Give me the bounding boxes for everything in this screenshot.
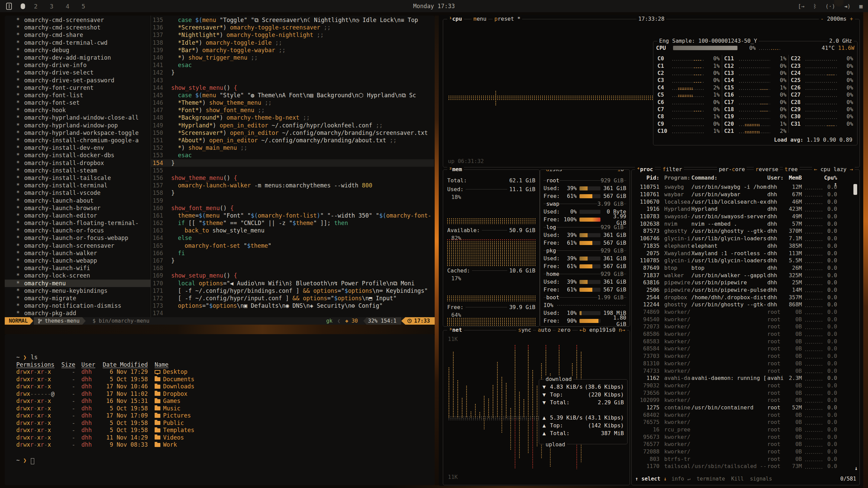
file-item[interactable]: *omarchy-launch-walker — [5, 249, 151, 257]
process-row[interactable]: 73656kworker/root0B0.0 — [634, 389, 851, 396]
code-line[interactable]: 156show_theme_menu() { — [151, 174, 434, 182]
workspace-3[interactable]: 3 — [50, 3, 54, 10]
file-item[interactable]: *omarchy-cmd-screensaver — [5, 16, 151, 24]
code-line[interactable]: 155 — [151, 167, 434, 174]
process-row[interactable]: 63816pipewire/usr/bin/pipewiredhh25M0.0 — [634, 279, 851, 286]
code-line[interactable]: 144show_style_menu() { — [151, 84, 434, 92]
process-row[interactable]: 87649btopbtopdhh26M0.0 — [634, 264, 851, 272]
code-line[interactable]: 165omarchy-font-set "$theme" — [151, 242, 434, 249]
process-row[interactable]: 110751swaybg/usr/bin/swaybg -i /homdhh12… — [634, 183, 851, 191]
file-item[interactable]: *omarchy-font-set — [5, 99, 151, 106]
process-row[interactable]: 68583kworker/root0B0.0 — [634, 338, 851, 345]
code-line[interactable]: 152*) show_main_menu ;; — [151, 144, 434, 151]
file-item[interactable]: *omarchy-launch-or-focus-webapp — [5, 234, 151, 242]
file-item[interactable]: *omarchy-install-steam — [5, 167, 151, 174]
file-item[interactable]: *omarchy-hook — [5, 106, 151, 114]
process-row[interactable]: 1275containe/usr/bin/containerdroot52M0.… — [634, 404, 851, 411]
code-line[interactable]: 163back_to show_style_menu — [151, 227, 434, 234]
file-item[interactable]: *omarchy-cmd-screenshot — [5, 24, 151, 31]
file-item[interactable]: *omarchy-launch-or-focus — [5, 227, 151, 234]
code-line[interactable]: 153esac — [151, 151, 434, 159]
footer-action-kill[interactable]: Kill — [731, 476, 744, 482]
code-line[interactable]: 150*Screensaver*) open_in_editor ~/.conf… — [151, 129, 434, 137]
volume-icon[interactable]: ◄) — [844, 3, 850, 9]
reverse-tab[interactable]: reverse — [754, 166, 780, 172]
proc-scrollbar[interactable] — [853, 184, 857, 195]
code-line[interactable]: 160show_font_menu() { — [151, 204, 434, 212]
code-line[interactable]: 154} — [151, 159, 434, 167]
git-branch-segment[interactable]: themes-menu — [34, 317, 86, 325]
process-row[interactable]: 81310kworker/root0B0.0 — [634, 360, 851, 367]
scroll-down-icon[interactable]: ↓ — [854, 465, 858, 471]
sort-column-switcher[interactable]: ← cpu lazy → — [812, 166, 855, 172]
file-item[interactable]: *omarchy-pkg-add — [5, 309, 151, 317]
sync-tab[interactable]: sync — [516, 327, 533, 333]
file-item[interactable]: *omarchy-install-terminal — [5, 182, 151, 189]
process-row[interactable]: 76577kworker/root0B0.0 — [634, 441, 851, 448]
process-row[interactable]: 12244ghostty/usr/bin/ghostty --gtk-dhh86… — [634, 301, 851, 308]
process-row[interactable]: 72073kworker/root0B0.0 — [634, 323, 851, 330]
process-row[interactable]: 16rcu_preeroot0B0.0 — [634, 426, 851, 433]
file-item[interactable]: *omarchy-launch-editor — [5, 212, 151, 219]
file-item[interactable]: *omarchy-launch-browser — [5, 204, 151, 212]
preset-tab[interactable]: preset * — [493, 16, 522, 22]
code-line[interactable]: 164else — [151, 234, 434, 242]
file-item[interactable]: *omarchy-launch-screensaver — [5, 242, 151, 249]
workspace-5[interactable]: 5 — [82, 3, 85, 10]
tree-tab[interactable]: tree — [783, 166, 800, 172]
process-row[interactable]: 803btrfs-trroot0B0.0 — [634, 455, 851, 463]
file-item[interactable]: *omarchy-migrate — [5, 294, 151, 302]
workspace-4[interactable]: 4 — [66, 3, 70, 10]
footer-action-terminate[interactable]: terminate — [696, 476, 725, 482]
process-row[interactable]: 87573ghostty/usr/bin/ghostty --gtk-dhh37… — [634, 227, 851, 235]
file-item[interactable]: *omarchy-install-dropbox — [5, 159, 151, 167]
process-row[interactable]: 110670localsea/usr/lib/localsearch-exdhh… — [634, 198, 851, 205]
code-line[interactable]: 159 — [151, 197, 434, 204]
code-line[interactable]: 141esac — [151, 61, 434, 69]
code-line[interactable]: 161theme=$(menu "Font" "$(omarchy-font-l… — [151, 212, 434, 219]
process-row[interactable]: 74733kworker/root0B0.0 — [634, 367, 851, 374]
file-item[interactable]: *omarchy-hyprland-window-close-all — [5, 114, 151, 121]
code-line[interactable]: 140*) show_trigger_menu ;; — [151, 54, 434, 61]
file-item[interactable]: *omarchy-launch-floating-terminal- — [5, 219, 151, 227]
process-row[interactable]: 102638nvimnvim --embed .dhh57M0.0 — [634, 220, 851, 227]
file-item[interactable]: *omarchy-install-tailscale — [5, 174, 151, 182]
code-line[interactable]: 151*About*) open_in_editor ~/.config/oma… — [151, 137, 434, 144]
process-row[interactable]: 1170tailscal/usr/sbin/tailscaled --root7… — [634, 463, 851, 470]
file-item[interactable]: *omarchy-font-current — [5, 84, 151, 92]
code-line[interactable]: 143 — [151, 77, 434, 84]
filter-tab[interactable]: filter — [661, 166, 684, 172]
code-line[interactable]: 167} — [151, 257, 434, 264]
zero-tab[interactable]: zero — [556, 327, 572, 333]
code-line[interactable]: 170local options="◀ Audio\n≋ Wifi\nᛒ Blu… — [151, 280, 434, 287]
io-tab[interactable]: io — [616, 169, 626, 172]
workspace-1-active[interactable] — [21, 3, 25, 9]
process-row[interactable]: 110761waybar/usr/bin/waybardhh67M0.0 — [634, 191, 851, 198]
menu-tab[interactable]: menu — [472, 16, 488, 22]
code-line[interactable]: 174 — [151, 309, 434, 317]
file-item[interactable]: *omarchy-dev-add-migration — [5, 54, 151, 61]
disks-box-title[interactable]: disks — [544, 169, 564, 172]
code-line[interactable]: 147*Font*) show_font_menu ;; — [151, 106, 434, 114]
file-item[interactable]: *omarchy-menu-keybindings — [5, 287, 151, 294]
code-line[interactable]: 138*Idle*) omarchy-toggle-idle ;; — [151, 39, 434, 46]
code-line[interactable]: 172[ -f ~/.config/hypr/input.conf ] && o… — [151, 294, 434, 302]
file-item[interactable]: *omarchy-menu — [5, 280, 151, 287]
cpu-chip-icon[interactable]: ▦ — [859, 3, 863, 9]
code-line[interactable]: 148*Background*) omarchy-theme-bg-next ;… — [151, 114, 434, 121]
logout-icon[interactable]: [→ — [798, 3, 804, 9]
footer-action-info[interactable]: info ↵ — [671, 476, 690, 482]
code-line[interactable]: 162if [[ "$theme" == "CNCLD" || -z "$the… — [151, 219, 434, 227]
process-row[interactable]: 2506pipewire/usr/bin/pipewire-pulsedhh14… — [634, 286, 851, 294]
process-row[interactable]: 110785glycin-i/usr/lib/glycin-loadersdhh… — [634, 257, 851, 264]
network-hotspot-icon[interactable]: (·) — [825, 3, 835, 9]
process-row[interactable]: 110783swayosd-/usr/bin/swayosd-serverdhh… — [634, 213, 851, 220]
process-row[interactable]: 94540kworker/root0B0.0 — [634, 316, 851, 323]
process-row[interactable]: 68586kworker/root0B0.0 — [634, 330, 851, 338]
file-item[interactable]: *omarchy-cmd-share — [5, 31, 151, 39]
bluetooth-icon[interactable]: ᛒ — [813, 3, 817, 9]
code-line[interactable]: 166fi — [151, 249, 434, 257]
process-row[interactable]: 1162avahi-daavahi-daemon: running [avahi… — [634, 374, 851, 382]
code-line[interactable]: 168 — [151, 264, 434, 272]
process-row[interactable]: 71837walker/usr/bin/walker --gappldhh325… — [634, 271, 851, 279]
